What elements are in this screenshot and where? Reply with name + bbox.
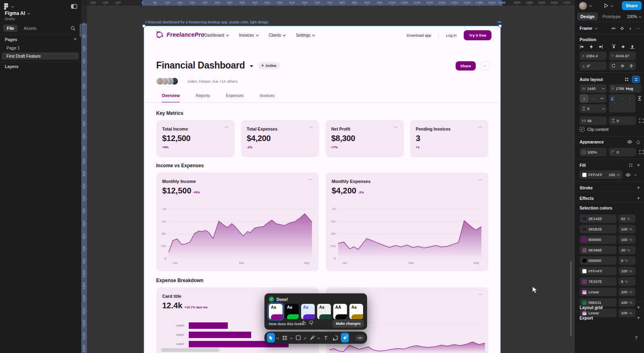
theme-swatch[interactable]: Aa [285,304,299,319]
selection-color-swatch[interactable]: 281B28 [580,225,617,233]
selection-color-swatch[interactable]: 800080 [580,235,617,244]
align-bottom-icon[interactable] [630,44,635,49]
canvas[interactable]: -200-150-1000501001502002503003504004505… [81,0,575,353]
rotation-field[interactable]: ∠0° [580,62,607,70]
design-share-button[interactable]: Share [456,61,476,71]
direction-wrap-icon[interactable]: ↩ [598,94,607,103]
align-left-icon[interactable] [580,44,584,49]
padding-vertical-field[interactable]: 0 [609,116,636,125]
metric-more-icon[interactable]: ⋯ [225,125,229,129]
selection-color-opacity[interactable]: 100% [619,267,636,275]
visibility-eye-icon[interactable] [627,140,632,144]
present-chevron-icon[interactable] [611,4,613,7]
toggle-sidebar-icon[interactable] [71,4,77,9]
workspace-chevron-icon[interactable] [11,5,14,8]
design-tab-overview[interactable]: Overview [162,93,180,103]
text-tool[interactable]: T [322,333,330,343]
design-tab-reports[interactable]: Reports [196,93,210,103]
selection-color-opacity[interactable]: 20% [619,246,636,254]
selection-color-opacity[interactable]: 9% [619,277,636,286]
figma-logo-icon[interactable] [4,3,8,10]
chart-card-more-icon[interactable]: ⋯ [309,177,313,182]
alignment-matrix[interactable] [609,94,636,112]
help-button[interactable]: ? [635,335,638,341]
x-position-field[interactable]: X2384.4 [580,52,607,60]
distribute-icon[interactable] [638,96,642,101]
nav-item-settings[interactable]: Settings [296,33,314,37]
add-export-icon[interactable]: + [637,315,640,321]
selection-color-opacity[interactable]: 100% [619,235,636,244]
sidebar-page-item[interactable]: First Draft Feature [2,52,79,60]
align-right-icon[interactable] [598,44,603,49]
flip-horizontal-icon[interactable] [618,62,627,70]
dev-mode-toggle[interactable]: </> [355,335,365,341]
present-icon[interactable] [604,3,609,8]
metric-more-icon[interactable]: ⋯ [478,125,483,129]
tab-prototype[interactable]: Prototype [599,12,624,21]
download-app-link[interactable]: Download app [407,33,431,37]
move-tool[interactable] [267,333,275,343]
component-icon[interactable] [620,26,624,31]
auto-layout-active-icon[interactable] [632,76,640,83]
design-tab-expenses[interactable]: Expenses [226,93,244,103]
opacity-field[interactable]: 100% [580,148,607,156]
add-layout-grid-icon[interactable]: + [637,304,640,310]
sidebar-scrollbar[interactable] [80,23,81,37]
add-stroke-icon[interactable]: + [637,185,640,191]
make-changes-button[interactable]: Make changes [332,320,364,328]
selection-color-opacity[interactable]: 100% [619,288,636,296]
align-v-center-icon[interactable] [621,44,625,49]
tab-assets[interactable]: Assets [20,25,40,32]
selection-color-opacity[interactable]: 100% [619,225,636,233]
title-caret-icon[interactable] [250,65,253,67]
mini-card-more-icon[interactable]: ⋯ [478,292,483,297]
fill-color-row[interactable]: FFFAFF 100% [580,170,622,179]
more-options-icon[interactable]: ⋯ [636,26,640,31]
selection-color-swatch[interactable]: FFFAFF [580,267,617,275]
move-tool-chevron-icon[interactable] [277,336,279,339]
theme-swatch[interactable]: Aa [349,304,363,319]
comment-tool[interactable] [331,333,339,343]
theme-swatch[interactable]: Aa [269,304,283,319]
shape-tool-chevron-icon[interactable] [304,336,307,339]
blend-mode-icon[interactable] [636,140,640,144]
selection-color-swatch[interactable]: 6E496E [580,246,617,254]
thumbs-up-icon[interactable] [301,320,306,327]
gap-field[interactable]: 0 [580,104,607,113]
metric-more-icon[interactable]: ⋯ [309,125,314,129]
login-link[interactable]: Log in [446,33,456,37]
metric-more-icon[interactable]: ⋯ [394,125,398,129]
align-h-center-icon[interactable] [589,44,594,49]
selection-color-opacity[interactable]: 0% [619,256,636,265]
fill-color-chip[interactable] [582,172,587,177]
direction-vertical-icon[interactable]: ↓ [580,94,588,103]
fill-visibility-icon[interactable] [625,173,631,177]
rotate-90-icon[interactable] [609,62,618,70]
y-position-field[interactable]: Y4244.67 [609,52,636,60]
nav-item-dashboard[interactable]: Dashboard [204,33,228,37]
theme-swatch[interactable]: Aa [301,304,315,319]
frame-tool-chevron-icon[interactable] [290,336,293,339]
grid-layout-icon[interactable] [625,77,629,81]
selection-color-swatch[interactable]: 000000 [580,256,617,265]
corner-radius-field[interactable]: 0 [609,148,636,156]
selection-type-label[interactable]: Frame [580,26,592,31]
nav-item-invoices[interactable]: Invoices [239,33,258,37]
selection-color-swatch[interactable]: Linear [580,288,617,296]
selection-handle-tl[interactable] [142,25,145,27]
brand-name[interactable]: FreelancePro [167,31,204,38]
try-it-free-button[interactable]: Try it free [464,30,491,40]
align-top-icon[interactable] [611,44,616,49]
add-fill-icon[interactable]: + [637,162,640,168]
padding-horizontal-field[interactable]: 48 [580,116,607,125]
selection-handle-tr[interactable] [499,25,502,27]
tab-file[interactable]: File [3,25,18,32]
canvas-vscrollbar[interactable] [570,261,572,336]
clip-content-checkbox[interactable]: ✓ [580,127,584,132]
selection-color-swatch[interactable]: 7E257E [580,277,617,286]
direction-horizontal-icon[interactable]: → [588,94,597,103]
search-icon[interactable] [70,26,76,31]
width-field[interactable]: W1440 [580,84,607,93]
sidebar-page-item[interactable]: Page 1 [2,44,79,52]
mask-icon[interactable]: ◑ [629,26,631,31]
